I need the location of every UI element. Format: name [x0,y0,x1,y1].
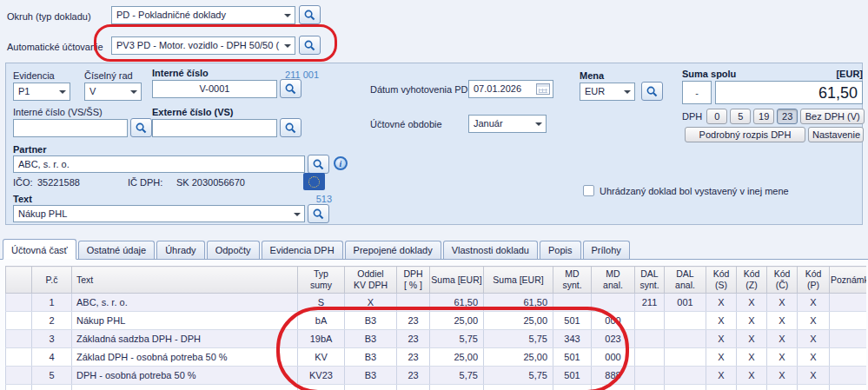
cell-suma-eur-1[interactable]: 5,75 [430,330,484,348]
cell-kod-c[interactable]: X [767,312,798,330]
cell-dal-synt[interactable]: 211 [635,294,665,312]
cell-typ-sumy[interactable]: KV [298,348,345,367]
col-header-md-anal[interactable]: MDanal. [592,267,635,294]
tab-0[interactable]: Účtovná časť [3,239,76,260]
cell-row-selector[interactable] [6,294,32,312]
cell-kod-c[interactable]: X [767,330,798,348]
externe-cislo-lookup-button[interactable] [280,118,301,137]
cell-md-synt[interactable] [553,294,592,312]
cell-pc[interactable]: 1 [32,294,72,312]
cell-kod-z[interactable]: X [737,367,767,385]
info-icon[interactable]: i [334,156,348,170]
dph-rate-0-button[interactable]: 0 [706,109,727,124]
cell-dal-anal[interactable]: 001 [665,294,706,312]
cell-kod-p[interactable]: X [798,312,830,330]
col-header-suma-eur-2[interactable]: Suma [EUR] [484,267,553,294]
cell-typ-sumy[interactable]: KV23 [298,367,345,385]
cell-text[interactable]: Nákup PHL [72,312,298,330]
evidencia-combobox[interactable]: P1 [13,83,70,101]
partner-lookup-button[interactable] [308,155,329,174]
col-header-poznamka[interactable]: Poznámka [830,267,867,294]
cell-dph-percent[interactable]: 23 [397,348,430,367]
tab-6[interactable]: Vlastnosti dokladu [443,241,538,259]
cell-row-selector[interactable] [6,330,32,348]
cell-md-synt[interactable]: 501 [553,348,592,367]
cell-md-anal[interactable]: 888 [592,367,635,385]
cell-kod-s[interactable]: X [706,367,737,385]
partner-field[interactable]: ABC, s. r. o. [13,155,305,173]
cell-kod-c[interactable]: X [767,367,798,385]
col-header-pc[interactable]: P.č [32,267,72,294]
cell-dph-percent[interactable]: 23 [397,367,430,385]
cell-dal-anal[interactable] [665,367,706,385]
col-header-kod-s[interactable]: Kód(S) [706,267,737,294]
cell-kod-z[interactable]: X [737,348,767,367]
col-header-suma-eur-1[interactable]: Suma [EUR] [430,267,484,294]
cell-suma-eur-1[interactable]: 25,00 [430,312,484,330]
tab-3[interactable]: Odpočty [207,241,260,259]
cell-suma-eur-1[interactable]: 25,00 [430,348,484,367]
cell-dal-synt[interactable] [635,367,665,385]
cell-dph-percent[interactable]: 23 [397,312,430,330]
nastavenie-button[interactable]: Nastavenie [808,127,864,142]
auto-uctovanie-combobox[interactable]: PV3 PD - Motor. vozidlo - DPH 50/50 ( [111,36,295,55]
interne-cislo-vs-field[interactable] [13,119,128,137]
interne-cislo-vs-lookup-button[interactable] [130,118,152,137]
inej-mene-checkbox[interactable] [583,185,594,196]
tab-2[interactable]: Úhrady [156,241,204,259]
cell-oddiel-kv-dph[interactable]: X [345,294,397,312]
cell-suma-eur-2[interactable]: 5,75 [484,367,553,385]
cell-suma-eur-2[interactable]: 25,00 [484,348,553,367]
cell-oddiel-kv-dph[interactable]: B3 [345,348,397,367]
cell-kod-p[interactable]: X [798,330,830,348]
text-combobox[interactable]: Nákup PHL [13,205,305,222]
col-header-kod-z[interactable]: Kód(Z) [737,267,767,294]
cell-kod-z[interactable]: X [737,294,767,312]
cell-dph-percent[interactable]: 23 [397,330,430,348]
col-header-typ-sumy[interactable]: Typsumy [298,267,345,294]
col-header-row-selector[interactable] [6,267,32,294]
suma-spolu-field[interactable]: 61,50 [715,81,863,104]
cell-kod-p[interactable]: X [798,367,830,385]
col-header-text[interactable]: Text [72,267,298,294]
text-lookup-button[interactable] [308,204,329,223]
cell-md-anal[interactable]: 000 [592,312,635,330]
tab-1[interactable]: Ostatné údaje [78,241,156,259]
cell-pc[interactable]: 5 [32,367,72,385]
cell-dal-anal[interactable] [665,312,706,330]
obdobie-combobox[interactable]: Január [468,115,547,133]
col-header-kod-p[interactable]: Kód(P) [798,267,830,294]
cell-poznamka[interactable] [830,330,867,348]
cell-typ-sumy[interactable]: bA [298,312,345,330]
cell-md-synt[interactable]: 501 [553,367,592,385]
cell-dal-synt[interactable] [635,312,665,330]
cell-typ-sumy[interactable]: 19bA [298,330,345,348]
cell-row-selector[interactable] [6,348,32,367]
tab-4[interactable]: Evidencia DPH [262,241,343,259]
cell-suma-eur-2[interactable]: 5,75 [484,330,553,348]
cell-poznamka[interactable] [830,348,867,367]
cell-poznamka[interactable] [830,367,867,385]
col-header-kod-c[interactable]: Kód(Č) [767,267,798,294]
table-row[interactable]: 3Základná sadzba DPH - DPH19bAB3235,755,… [6,330,867,348]
podrobny-rozpis-dph-button[interactable]: Podrobný rozpis DPH [685,127,805,142]
cell-kod-p[interactable]: X [798,294,830,312]
eu-flag-icon[interactable] [303,173,325,190]
cell-typ-sumy[interactable]: S [298,294,345,312]
cell-oddiel-kv-dph[interactable]: B3 [345,330,397,348]
cell-poznamka[interactable] [830,312,867,330]
table-row[interactable]: 2Nákup PHLbAB32325,0025,00501000XXXX [6,312,867,330]
cell-dal-anal[interactable] [665,330,706,348]
cell-text[interactable]: DPH - osobná potreba 50 % [72,367,298,385]
auto-uctovanie-lookup-button[interactable] [299,36,321,55]
okruh-lookup-button[interactable] [299,5,321,24]
cell-dal-synt[interactable] [635,348,665,367]
okruh-combobox[interactable]: PD - Pokladničné doklady [111,6,295,24]
dph-rate-5-button[interactable]: 5 [730,109,751,124]
cell-md-anal[interactable] [592,294,635,312]
ciselny-rad-combobox[interactable]: V [84,83,142,101]
cell-dph-percent[interactable] [397,294,430,312]
cell-md-synt[interactable]: 343 [553,330,592,348]
cell-kod-c[interactable]: X [767,348,798,367]
cell-kod-z[interactable]: X [737,312,767,330]
